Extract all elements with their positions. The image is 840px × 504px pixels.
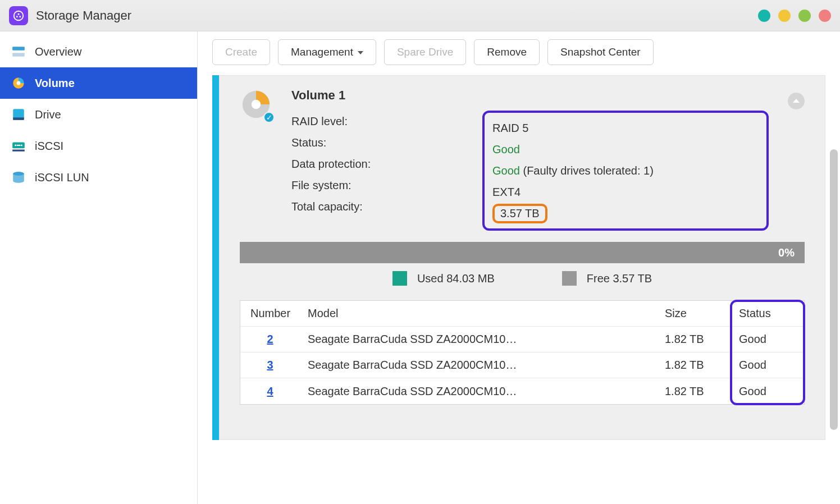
legend-free-swatch-icon [562, 271, 577, 286]
sidebar-item-label: iSCSI LUN [35, 171, 89, 184]
highlight-volume-values: RAID 5 Good Good (Faulty drives tolerate… [482, 111, 769, 231]
status-check-icon: ✓ [263, 112, 275, 123]
label-capacity: Total capacity: [291, 200, 482, 213]
drive-size: 1.82 TB [665, 385, 731, 398]
value-fs: EXT4 [492, 186, 759, 199]
col-size[interactable]: Size [665, 307, 731, 320]
legend-used-label: Used 84.03 MB [417, 272, 495, 285]
svg-rect-10 [12, 150, 25, 152]
app-icon [9, 6, 28, 25]
sidebar-item-label: Volume [35, 77, 75, 90]
svg-rect-5 [12, 53, 25, 57]
table-row: 2 Seagate BarraCuda SSD ZA2000CM10… 1.82… [240, 327, 804, 352]
legend-free: Free 3.57 TB [562, 271, 652, 286]
collapse-button[interactable] [788, 93, 805, 109]
sidebar-item-label: iSCSI [35, 140, 63, 153]
panel-accent [212, 75, 219, 440]
management-button[interactable]: Management [278, 39, 376, 65]
svg-point-0 [14, 11, 24, 20]
table-row: 3 Seagate BarraCuda SSD ZA2000CM10… 1.82… [240, 352, 804, 378]
svg-point-12 [21, 145, 22, 146]
create-button: Create [212, 39, 270, 65]
volume-panel: ✓ Volume 1 RAID level: Status: Data prot… [219, 75, 825, 440]
col-status[interactable]: Status [731, 307, 804, 320]
capacity-progress: 0% [240, 242, 805, 263]
management-label: Management [291, 46, 353, 58]
table-row: 4 Seagate BarraCuda SSD ZA2000CM10… 1.82… [240, 378, 804, 404]
overview-icon [11, 44, 26, 59]
label-protection: Data protection: [291, 158, 482, 171]
sidebar-item-iscsi-lun[interactable]: iSCSI LUN [0, 162, 197, 193]
svg-point-3 [18, 13, 20, 15]
drive-icon [11, 107, 26, 122]
drive-size: 1.82 TB [665, 359, 731, 372]
sidebar-item-label: Overview [35, 45, 81, 58]
label-raid: RAID level: [291, 115, 482, 128]
app-title: Storage Manager [36, 8, 131, 23]
svg-rect-8 [13, 117, 24, 120]
svg-point-1 [16, 16, 18, 17]
value-protection: Good (Faulty drives tolerated: 1) [492, 164, 759, 177]
svg-point-2 [19, 16, 21, 17]
sidebar: Overview Volume Drive iSCSI iSCSI LUN [0, 31, 198, 504]
drive-table: Number Model Size Status 2 Seagate Barra… [240, 300, 805, 405]
svg-point-6 [17, 81, 21, 85]
snapshot-center-button[interactable]: Snapshot Center [547, 39, 654, 65]
col-number[interactable]: Number [240, 307, 300, 320]
progress-percent: 0% [778, 242, 795, 263]
col-model[interactable]: Model [300, 307, 665, 320]
legend-used-swatch-icon [392, 271, 407, 286]
label-status: Status: [291, 136, 482, 149]
window-dot-teal-icon[interactable] [758, 10, 770, 22]
legend-free-label: Free 3.57 TB [587, 272, 652, 285]
value-status: Good [492, 143, 759, 156]
sidebar-item-volume[interactable]: Volume [0, 67, 197, 99]
drive-model: Seagate BarraCuda SSD ZA2000CM10… [300, 385, 665, 398]
titlebar: Storage Manager [0, 0, 840, 31]
scrollbar[interactable] [830, 149, 838, 430]
capacity-legend: Used 84.03 MB Free 3.57 TB [240, 271, 805, 286]
drive-size: 1.82 TB [665, 333, 731, 346]
drive-number-link[interactable]: 2 [267, 333, 273, 345]
value-raid: RAID 5 [492, 122, 759, 135]
spare-drive-button: Spare Drive [384, 39, 466, 65]
svg-point-17 [252, 100, 261, 109]
sidebar-item-overview[interactable]: Overview [0, 36, 197, 67]
highlight-capacity: 3.57 TB [492, 204, 547, 223]
value-protection-status: Good [492, 164, 520, 177]
svg-rect-4 [12, 47, 25, 51]
window-dot-yellow-icon[interactable] [778, 10, 791, 22]
volume-disc-icon: ✓ [240, 88, 272, 121]
iscsi-icon [11, 139, 26, 153]
remove-button[interactable]: Remove [474, 39, 540, 65]
volume-title: Volume 1 [291, 88, 769, 103]
drive-status: Good [731, 333, 804, 346]
sidebar-item-label: Drive [35, 108, 61, 121]
drive-number-link[interactable]: 4 [267, 385, 273, 397]
drive-number-link[interactable]: 3 [267, 359, 273, 371]
legend-used: Used 84.03 MB [392, 271, 495, 286]
window-controls [758, 10, 831, 22]
iscsi-lun-icon [11, 170, 26, 185]
svg-point-11 [15, 145, 16, 146]
label-fs: File system: [291, 179, 482, 192]
chevron-up-icon [793, 99, 800, 103]
drive-status: Good [731, 385, 804, 398]
sidebar-item-drive[interactable]: Drive [0, 99, 197, 130]
toolbar: Create Management Spare Drive Remove Sna… [198, 31, 840, 75]
content: Create Management Spare Drive Remove Sna… [198, 31, 840, 504]
drive-model: Seagate BarraCuda SSD ZA2000CM10… [300, 359, 665, 372]
svg-rect-13 [17, 145, 21, 146]
drive-status: Good [731, 359, 804, 372]
svg-point-15 [13, 172, 24, 176]
caret-down-icon [358, 51, 363, 54]
value-protection-detail: (Faulty drives tolerated: 1) [520, 164, 654, 177]
window-dot-red-icon[interactable] [819, 10, 831, 22]
value-capacity: 3.57 TB [492, 204, 759, 223]
table-header: Number Model Size Status [240, 301, 804, 327]
volume-icon [11, 76, 26, 90]
window-dot-green-icon[interactable] [798, 10, 811, 22]
sidebar-item-iscsi[interactable]: iSCSI [0, 130, 197, 162]
drive-model: Seagate BarraCuda SSD ZA2000CM10… [300, 333, 665, 346]
